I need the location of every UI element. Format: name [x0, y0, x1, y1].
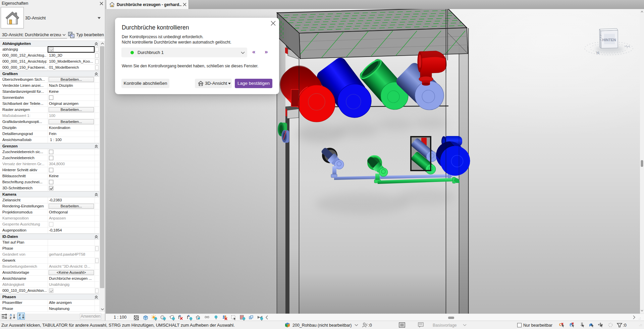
svg-text:A: A — [19, 316, 21, 319]
svg-text:HINTEN: HINTEN — [602, 38, 616, 42]
svg-text:Z: Z — [10, 316, 12, 319]
